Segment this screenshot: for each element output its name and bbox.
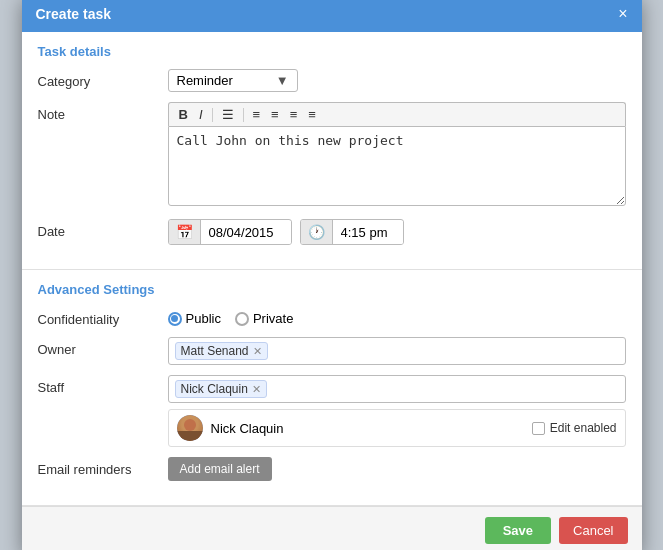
staff-tag-name: Nick Claquin: [181, 382, 248, 396]
staff-user-left: Nick Claquin: [177, 415, 284, 441]
email-reminders-label: Email reminders: [38, 457, 168, 477]
align-right-button[interactable]: ≡: [286, 106, 302, 123]
category-row: Category Reminder ▼: [38, 69, 626, 92]
staff-user-name: Nick Claquin: [211, 421, 284, 436]
align-justify-button[interactable]: ≡: [304, 106, 320, 123]
date-field-wrap: 📅 🕐: [168, 219, 626, 245]
task-details-title: Task details: [38, 44, 626, 59]
staff-tag: Nick Claquin ✕: [175, 380, 267, 398]
edit-enabled-label: Edit enabled: [550, 421, 617, 435]
save-button[interactable]: Save: [485, 517, 551, 544]
note-label: Note: [38, 102, 168, 122]
owner-field: Matt Senand ✕: [168, 337, 626, 365]
note-field: B I ☰ ≡ ≡ ≡ ≡: [168, 102, 626, 209]
date-time-group: 📅 🕐: [168, 219, 626, 245]
list-button[interactable]: ☰: [218, 106, 238, 123]
note-row: Note B I ☰ ≡ ≡ ≡ ≡: [38, 102, 626, 209]
edit-enabled-wrap: Edit enabled: [532, 421, 617, 435]
owner-tag-name: Matt Senand: [181, 344, 249, 358]
public-radio[interactable]: Public: [168, 311, 221, 326]
category-dropdown[interactable]: Reminder ▼: [168, 69, 298, 92]
email-reminders-field: Add email alert: [168, 457, 626, 481]
chevron-down-icon: ▼: [276, 73, 289, 88]
calendar-icon: 📅: [169, 220, 201, 244]
modal-header: Create task ×: [22, 0, 642, 32]
email-reminders-row: Email reminders Add email alert: [38, 457, 626, 481]
owner-tag-field[interactable]: Matt Senand ✕: [168, 337, 626, 365]
owner-tag: Matt Senand ✕: [175, 342, 268, 360]
bold-button[interactable]: B: [175, 106, 192, 123]
staff-label: Staff: [38, 375, 168, 395]
category-value: Reminder: [177, 73, 233, 88]
staff-tag-remove[interactable]: ✕: [252, 384, 261, 395]
edit-enabled-checkbox[interactable]: [532, 422, 545, 435]
toolbar-divider-1: [212, 108, 213, 122]
modal-footer: Save Cancel: [22, 506, 642, 550]
confidentiality-radio-group: Public Private: [168, 307, 626, 326]
date-label: Date: [38, 219, 168, 239]
time-input-wrap: 🕐: [300, 219, 404, 245]
private-radio-circle: [235, 312, 249, 326]
confidentiality-row: Confidentiality Public Private: [38, 307, 626, 327]
staff-row: Staff Nick Claquin ✕: [38, 375, 626, 447]
date-input[interactable]: [201, 221, 291, 244]
clock-icon: 🕐: [301, 220, 333, 244]
modal-body: Task details Category Reminder ▼ Note B: [22, 32, 642, 506]
align-center-button[interactable]: ≡: [267, 106, 283, 123]
close-button[interactable]: ×: [618, 6, 627, 22]
date-row: Date 📅 🕐: [38, 219, 626, 245]
toolbar-divider-2: [243, 108, 244, 122]
private-label: Private: [253, 311, 293, 326]
time-input[interactable]: [333, 221, 403, 244]
modal-title: Create task: [36, 6, 112, 22]
avatar: [177, 415, 203, 441]
confidentiality-label: Confidentiality: [38, 307, 168, 327]
owner-tag-remove[interactable]: ✕: [253, 346, 262, 357]
owner-label: Owner: [38, 337, 168, 357]
add-email-alert-button[interactable]: Add email alert: [168, 457, 272, 481]
avatar-image: [177, 415, 203, 441]
category-label: Category: [38, 69, 168, 89]
owner-row: Owner Matt Senand ✕: [38, 337, 626, 365]
task-details-section: Task details Category Reminder ▼ Note B: [22, 32, 642, 270]
note-toolbar: B I ☰ ≡ ≡ ≡ ≡: [168, 102, 626, 126]
category-field: Reminder ▼: [168, 69, 626, 92]
private-radio[interactable]: Private: [235, 311, 293, 326]
public-radio-circle: [168, 312, 182, 326]
note-textarea[interactable]: [168, 126, 626, 206]
create-task-modal: Create task × Task details Category Remi…: [22, 0, 642, 550]
staff-field: Nick Claquin ✕ Nick Cl: [168, 375, 626, 447]
staff-tag-field[interactable]: Nick Claquin ✕: [168, 375, 626, 403]
staff-user-row: Nick Claquin Edit enabled: [168, 409, 626, 447]
cancel-button[interactable]: Cancel: [559, 517, 627, 544]
public-label: Public: [186, 311, 221, 326]
date-input-wrap: 📅: [168, 219, 292, 245]
advanced-settings-title: Advanced Settings: [38, 282, 626, 297]
align-left-button[interactable]: ≡: [249, 106, 265, 123]
confidentiality-field: Public Private: [168, 307, 626, 326]
italic-button[interactable]: I: [195, 106, 207, 123]
advanced-settings-section: Advanced Settings Confidentiality Public…: [22, 270, 642, 506]
